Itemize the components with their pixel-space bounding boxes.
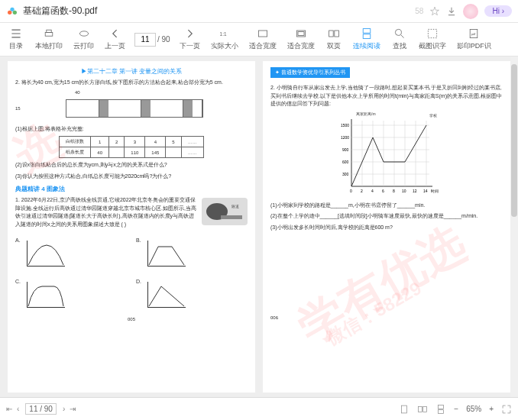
view-dual-icon[interactable] bbox=[417, 404, 428, 415]
page-num-left: 005 bbox=[15, 317, 248, 321]
svg-text:12: 12 bbox=[413, 189, 417, 193]
first-page-icon[interactable]: ⇤ bbox=[6, 405, 12, 413]
svg-text:14: 14 bbox=[423, 189, 428, 193]
svg-rect-13 bbox=[363, 34, 371, 39]
svg-rect-10 bbox=[329, 31, 333, 37]
page-field[interactable] bbox=[134, 33, 156, 47]
local-print-button[interactable]: 本地打印 bbox=[31, 26, 67, 53]
download-icon[interactable] bbox=[446, 6, 457, 17]
dual-page-button[interactable]: 双页 bbox=[321, 26, 347, 53]
fit-width-button[interactable]: 适合宽度 bbox=[244, 26, 281, 53]
view-single-icon[interactable] bbox=[399, 404, 410, 415]
problem-r2: 2. 小明骑自行车从家出发去上学,当他骑了一段路时,想起要买某本书,于是又折回到… bbox=[270, 84, 503, 108]
graph-c bbox=[24, 279, 68, 311]
fullscreen-icon[interactable] bbox=[501, 404, 512, 415]
graph-a bbox=[24, 237, 68, 270]
svg-text:10: 10 bbox=[402, 189, 406, 193]
svg-text:pdf: pdf bbox=[471, 32, 476, 36]
chapter-header: ▶第二十二章 第一讲 变量之间的关系 bbox=[15, 67, 248, 76]
svg-rect-53 bbox=[439, 409, 444, 413]
graph-b bbox=[144, 237, 189, 270]
series-header: ✦ 普通数学资优导引系列丛书 bbox=[270, 67, 350, 78]
last-page-icon[interactable]: ⇥ bbox=[70, 405, 76, 413]
zoom-in-icon[interactable]: + bbox=[489, 405, 494, 413]
svg-text:6: 6 bbox=[382, 189, 384, 193]
footer-bar: ⇤ ‹ 11 / 90 › ⇥ − 65% + bbox=[0, 397, 518, 420]
page-input[interactable]: / 90 bbox=[134, 33, 170, 47]
svg-text:4: 4 bbox=[371, 189, 374, 193]
svg-rect-11 bbox=[334, 31, 338, 37]
svg-point-2 bbox=[13, 10, 17, 14]
prev-page-button[interactable]: 上一页 bbox=[100, 26, 130, 53]
svg-rect-12 bbox=[363, 29, 371, 34]
prev-page-icon[interactable]: ‹ bbox=[17, 405, 19, 413]
avatar[interactable] bbox=[463, 4, 478, 19]
zoom-out-icon[interactable]: − bbox=[454, 405, 458, 413]
continuous-read-button[interactable]: 连续阅读 bbox=[348, 26, 385, 53]
svg-text:300: 300 bbox=[342, 172, 349, 176]
tape-diagram bbox=[66, 99, 203, 118]
page-num-right: 006 bbox=[270, 315, 503, 320]
next-page-button[interactable]: 下一页 bbox=[175, 26, 205, 53]
problem-2: 2. 将长为40 cm,宽为15 cm的长方形白纸,按下图所示的方法粘合起来,粘… bbox=[15, 79, 248, 87]
svg-rect-19 bbox=[221, 215, 242, 219]
hi-badge[interactable]: Hi › bbox=[484, 5, 512, 17]
answer-options: A. B. C. D. bbox=[15, 237, 248, 311]
svg-rect-50 bbox=[419, 406, 422, 412]
svg-rect-7 bbox=[258, 31, 267, 37]
svg-rect-9 bbox=[298, 32, 304, 36]
section-header: 典题精讲 4 图象法 bbox=[15, 185, 248, 193]
svg-point-14 bbox=[395, 29, 401, 35]
toolbar: 目录 本地打印 云打印 上一页 / 90 下一页 1:1实际大小 适合宽度 适合… bbox=[0, 23, 518, 57]
page-left: ▶第二十二章 第一讲 变量之间的关系 2. 将长为40 cm,宽为15 cm的长… bbox=[8, 61, 255, 393]
fit-width2-button[interactable]: 适合宽度 bbox=[283, 26, 319, 53]
svg-text:900: 900 bbox=[342, 147, 349, 152]
svg-rect-3 bbox=[45, 32, 53, 36]
toc-button[interactable]: 目录 bbox=[3, 26, 29, 53]
content-area: 选 学有优选 微信：58229 ▶第二十二章 第一讲 变量之间的关系 2. 将长… bbox=[0, 57, 518, 397]
doc-icon bbox=[6, 5, 18, 18]
train-image: 隧道 bbox=[202, 198, 248, 225]
svg-rect-49 bbox=[402, 405, 407, 413]
doc-title: 基础篇函数-90.pdf bbox=[23, 5, 97, 18]
svg-rect-52 bbox=[439, 405, 444, 409]
svg-text:时间: 时间 bbox=[431, 189, 439, 193]
view-cont-icon[interactable] bbox=[435, 404, 446, 415]
svg-text:0: 0 bbox=[350, 189, 352, 193]
fill-instruction: (1)根据上图,将表格补充完整: bbox=[15, 125, 248, 134]
svg-text:600: 600 bbox=[342, 160, 349, 164]
svg-rect-15 bbox=[428, 29, 436, 37]
svg-text:隧道: 隧道 bbox=[231, 204, 239, 208]
distance-time-graph: 学校 离家距离/m 15001200900600300 02468101214时… bbox=[333, 113, 440, 197]
svg-rect-51 bbox=[423, 406, 427, 412]
star-count: 58 bbox=[415, 7, 423, 15]
svg-rect-4 bbox=[47, 30, 51, 32]
title-bar: 基础篇函数-90.pdf 58 Hi › bbox=[0, 0, 518, 23]
svg-text:8: 8 bbox=[393, 189, 395, 193]
zoom-level: 65% bbox=[466, 405, 481, 413]
scrollbar-thumb[interactable] bbox=[511, 64, 517, 217]
find-button[interactable]: 查找 bbox=[387, 26, 413, 53]
svg-text:1500: 1500 bbox=[341, 123, 349, 128]
screenshot-ocr-button[interactable]: 截图识字 bbox=[414, 26, 451, 53]
svg-text:2: 2 bbox=[361, 189, 363, 193]
actual-size-button[interactable]: 1:1实际大小 bbox=[206, 26, 243, 53]
vertical-scrollbar[interactable] bbox=[510, 57, 518, 397]
svg-point-1 bbox=[8, 10, 11, 14]
page-indicator[interactable]: 11 / 90 bbox=[25, 403, 57, 415]
svg-text:1:1: 1:1 bbox=[219, 31, 226, 37]
svg-text:1200: 1200 bbox=[341, 135, 349, 140]
svg-point-5 bbox=[79, 31, 88, 36]
page-right: ✦ 普通数学资优导引系列丛书 2. 小明骑自行车从家出发去上学,当他骑了一段路时… bbox=[263, 61, 510, 393]
star-icon[interactable] bbox=[429, 6, 440, 17]
data-table: 白纸张数12345…… 纸条长度40110145…… bbox=[59, 136, 203, 158]
next-page-icon[interactable]: › bbox=[63, 405, 65, 413]
cloud-print-button[interactable]: 云打印 bbox=[69, 26, 99, 53]
pdf-ocr-button[interactable]: pdf影印PDF识 bbox=[452, 26, 496, 53]
graph-d bbox=[144, 279, 189, 311]
